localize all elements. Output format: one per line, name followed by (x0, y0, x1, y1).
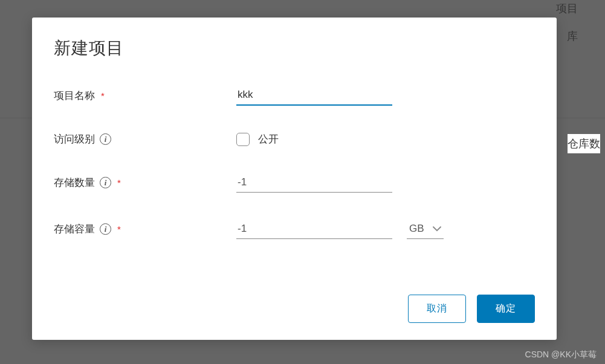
storage-count-label: 存储数量 i * (54, 176, 236, 190)
storage-count-control (236, 173, 392, 193)
storage-capacity-input[interactable] (236, 219, 392, 239)
cancel-button[interactable]: 取消 (408, 295, 466, 323)
info-icon[interactable]: i (100, 223, 111, 235)
project-name-input[interactable] (236, 85, 392, 106)
modal-title: 新建项目 (54, 37, 535, 60)
public-checkbox-wrap: 公开 (236, 132, 279, 146)
project-name-row: 项目名称 * (54, 85, 535, 106)
required-mark: * (117, 224, 121, 234)
storage-capacity-control: GB (236, 219, 444, 239)
project-name-label: 项目名称 * (54, 89, 236, 103)
background-text: 库 (567, 29, 578, 43)
chevron-down-icon (433, 226, 441, 231)
storage-count-input[interactable] (236, 173, 392, 193)
public-checkbox-label: 公开 (258, 132, 279, 146)
new-project-modal: 新建项目 项目名称 * 访问级别 i 公开 存储数量 i * (32, 18, 557, 340)
storage-capacity-row: 存储容量 i * GB (54, 219, 535, 239)
storage-count-row: 存储数量 i * (54, 173, 535, 193)
access-level-row: 访问级别 i 公开 (54, 132, 535, 146)
label-text: 项目名称 (54, 89, 95, 103)
storage-capacity-label: 存储容量 i * (54, 222, 236, 236)
modal-footer: 取消 确定 (54, 295, 535, 323)
label-text: 存储数量 (54, 176, 95, 190)
capacity-unit-value: GB (409, 223, 424, 235)
public-checkbox[interactable] (236, 133, 250, 146)
watermark: CSDN @KK小草莓 (525, 350, 597, 360)
label-text: 访问级别 (54, 132, 95, 146)
info-icon[interactable]: i (100, 133, 111, 145)
background-text: 仓库数 (568, 134, 600, 153)
project-name-control (236, 85, 392, 106)
background-text: 项目 (556, 1, 578, 16)
access-level-label: 访问级别 i (54, 132, 236, 146)
required-mark: * (101, 91, 105, 101)
confirm-button[interactable]: 确定 (477, 295, 535, 323)
required-mark: * (117, 177, 121, 188)
capacity-unit-select[interactable]: GB (407, 219, 444, 239)
label-text: 存储容量 (54, 222, 95, 236)
access-level-control: 公开 (236, 132, 279, 146)
info-icon[interactable]: i (100, 177, 111, 188)
